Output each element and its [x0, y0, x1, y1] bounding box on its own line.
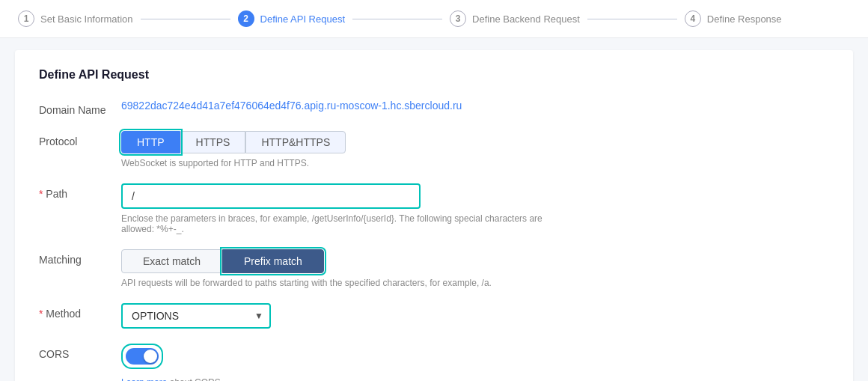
path-label: Path — [39, 183, 121, 200]
step-connector-3 — [587, 19, 677, 19]
protocol-group: HTTP HTTPS HTTP&HTTPS — [121, 131, 829, 153]
method-field: GET POST PUT DELETE HEAD PATCH OPTIONS A… — [121, 303, 829, 329]
path-row: Path Enclose the parameters in braces, f… — [39, 183, 829, 234]
cors-toggle-knob — [144, 350, 157, 363]
step-circle-4: 4 — [685, 10, 701, 27]
cors-hint: Learn more about CORS. — [121, 377, 829, 381]
step-connector-1 — [141, 19, 230, 19]
step-4: 4 Define Response — [685, 10, 782, 27]
step-circle-2: 2 — [238, 10, 254, 27]
matching-row: Matching Exact match Prefix match API re… — [39, 249, 829, 288]
step-2: 2 Define API Request — [238, 10, 345, 27]
cors-toggle-wrapper — [121, 344, 163, 369]
method-row: Method GET POST PUT DELETE HEAD PATCH OP… — [39, 303, 829, 329]
path-input[interactable] — [121, 183, 421, 209]
matching-label: Matching — [39, 249, 121, 266]
matching-group: Exact match Prefix match — [121, 249, 829, 273]
page-container: 1 Set Basic Information 2 Define API Req… — [0, 0, 868, 381]
step-3: 3 Define Backend Request — [450, 10, 580, 27]
protocol-label: Protocol — [39, 131, 121, 147]
cors-row: CORS Learn more about CORS. — [39, 344, 829, 381]
protocol-https-button[interactable]: HTTPS — [180, 131, 246, 153]
matching-hint: API requests will be forwarded to paths … — [121, 278, 570, 288]
main-content: Define API Request Domain Name 69822dac7… — [15, 50, 853, 381]
prefix-match-button[interactable]: Prefix match — [222, 249, 324, 273]
section-title: Define API Request — [39, 68, 829, 82]
matching-field: Exact match Prefix match API requests wi… — [121, 249, 829, 288]
step-connector-2 — [352, 19, 442, 19]
step-label-2: Define API Request — [260, 13, 345, 25]
cors-learn-more-link[interactable]: Learn more — [121, 377, 167, 381]
protocol-field: HTTP HTTPS HTTP&HTTPS WebSocket is suppo… — [121, 131, 829, 168]
protocol-httphttps-button[interactable]: HTTP&HTTPS — [245, 131, 346, 153]
domain-name-field: 69822dac724e4d41a7ef476064ed4f76.apig.ru… — [121, 100, 829, 112]
method-label: Method — [39, 303, 121, 320]
path-hint: Enclose the parameters in braces, for ex… — [121, 213, 570, 234]
cors-label: CORS — [39, 344, 121, 360]
cors-hint-text: about CORS. — [167, 377, 223, 381]
protocol-row: Protocol HTTP HTTPS HTTP&HTTPS WebSocket… — [39, 131, 829, 168]
protocol-http-button[interactable]: HTTP — [121, 131, 180, 153]
cors-field: Learn more about CORS. — [121, 344, 829, 381]
path-field: Enclose the parameters in braces, for ex… — [121, 183, 829, 234]
step-circle-3: 3 — [450, 10, 466, 27]
domain-name-label: Domain Name — [39, 100, 121, 116]
stepper: 1 Set Basic Information 2 Define API Req… — [0, 0, 868, 38]
method-select-wrapper: GET POST PUT DELETE HEAD PATCH OPTIONS A… — [121, 303, 271, 329]
step-label-3: Define Backend Request — [472, 13, 580, 25]
protocol-hint: WebSocket is supported for HTTP and HTTP… — [121, 158, 829, 168]
cors-toggle[interactable] — [126, 348, 159, 365]
domain-name-row: Domain Name 69822dac724e4d41a7ef476064ed… — [39, 100, 829, 116]
method-select[interactable]: GET POST PUT DELETE HEAD PATCH OPTIONS A… — [121, 303, 271, 329]
step-label-1: Set Basic Information — [40, 13, 133, 25]
exact-match-button[interactable]: Exact match — [121, 249, 222, 273]
step-circle-1: 1 — [18, 10, 34, 27]
step-1: 1 Set Basic Information — [18, 10, 133, 27]
domain-name-value: 69822dac724e4d41a7ef476064ed4f76.apig.ru… — [121, 95, 462, 112]
step-label-4: Define Response — [707, 13, 782, 25]
